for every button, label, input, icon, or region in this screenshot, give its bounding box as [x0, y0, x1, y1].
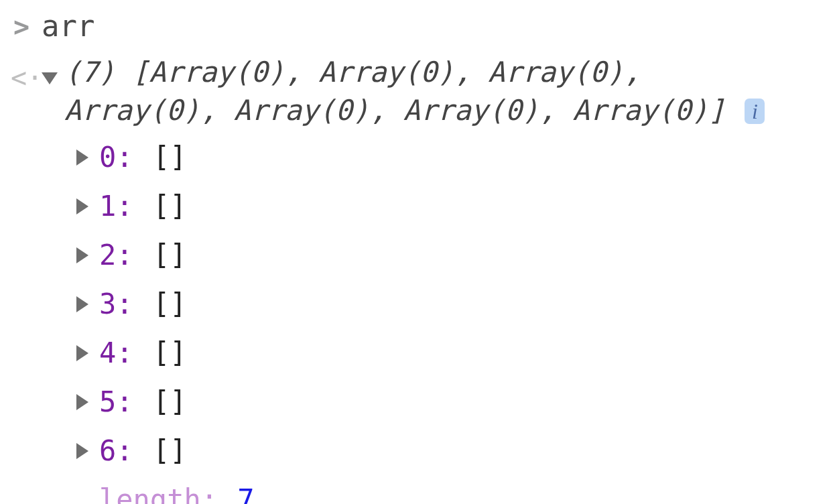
prompt-in-icon: > — [11, 7, 29, 47]
item-value: [] — [153, 288, 187, 320]
array-item-2[interactable]: 2: [] — [76, 234, 824, 276]
array-length-row: length: 7 — [76, 479, 824, 504]
chevron-down-icon[interactable] — [42, 72, 58, 84]
array-item-1[interactable]: 1: [] — [76, 185, 824, 227]
item-value: [] — [153, 434, 187, 467]
array-item-4[interactable]: 4: [] — [76, 332, 824, 374]
chevron-right-icon[interactable] — [76, 247, 88, 263]
array-item-5[interactable]: 5: [] — [76, 381, 824, 423]
item-value: [] — [153, 190, 187, 223]
console-output-block: <· (7) [Array(0), Array(0), Array(0), Ar… — [11, 54, 824, 504]
console-input-text[interactable]: arr — [42, 4, 94, 48]
chevron-right-icon[interactable] — [76, 443, 88, 459]
length-value: 7 — [237, 483, 254, 504]
item-key: 6 — [99, 434, 116, 467]
array-preview-items: [Array(0), Array(0), Array(0), Array(0),… — [64, 56, 725, 127]
array-count: (7) — [64, 56, 115, 88]
item-key: 5 — [99, 385, 116, 418]
info-icon[interactable]: i — [745, 99, 765, 124]
item-key: 4 — [99, 336, 116, 369]
output-content: (7) [Array(0), Array(0), Array(0), Array… — [42, 54, 824, 504]
length-key: length — [99, 483, 201, 504]
array-preview[interactable]: (7) [Array(0), Array(0), Array(0), Array… — [64, 54, 775, 129]
item-value: [] — [153, 239, 187, 271]
item-key: 0 — [99, 141, 116, 174]
chevron-right-icon[interactable] — [76, 345, 88, 361]
item-value: [] — [153, 385, 187, 418]
item-value: [] — [153, 336, 187, 369]
console-input-line: > arr — [11, 4, 824, 48]
array-item-6[interactable]: 6: [] — [76, 430, 824, 472]
array-children: 0: [] 1: [] 2: [] 3: [] 4: [] — [76, 136, 824, 504]
item-key: 1 — [99, 190, 116, 223]
chevron-right-icon[interactable] — [76, 296, 88, 312]
item-value: [] — [153, 141, 187, 174]
prompt-out-icon: <· — [11, 58, 29, 98]
chevron-right-icon[interactable] — [76, 394, 88, 410]
array-summary-row[interactable]: (7) [Array(0), Array(0), Array(0), Array… — [42, 54, 824, 129]
array-item-3[interactable]: 3: [] — [76, 283, 824, 325]
chevron-right-icon[interactable] — [76, 198, 88, 214]
console-area: > arr <· (7) [Array(0), Array(0), Array(… — [0, 0, 835, 504]
array-item-0[interactable]: 0: [] — [76, 136, 824, 178]
chevron-right-icon[interactable] — [76, 149, 88, 166]
item-key: 3 — [99, 288, 116, 320]
item-key: 2 — [99, 239, 116, 271]
